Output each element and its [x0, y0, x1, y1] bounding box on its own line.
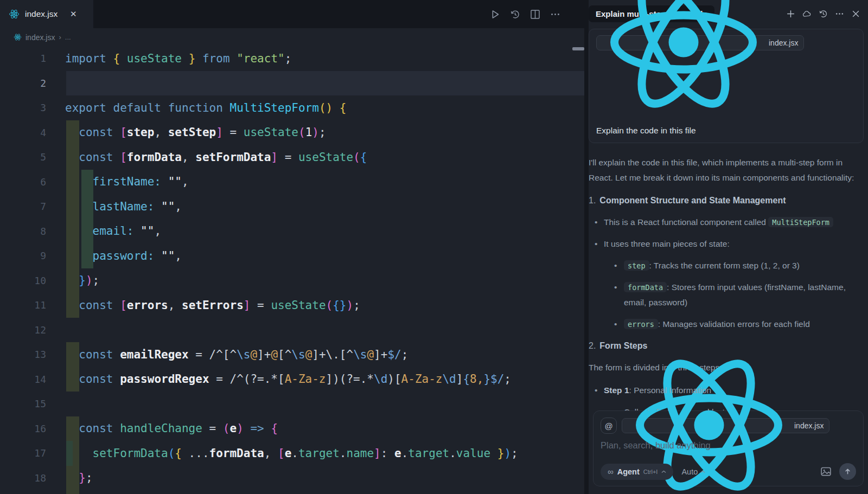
code-editor[interactable]: 1import { useState } from "react";23expo… [0, 46, 584, 494]
editor-pane: index.jsx ✕ index.jsx › ... 1import { us… [0, 0, 584, 494]
react-icon [9, 9, 20, 20]
text-run: This is a React functional component cal… [604, 217, 768, 227]
minimap-slider[interactable] [572, 47, 584, 50]
line-number: 1 [0, 53, 46, 64]
code-text: setFormData({ ...formData, [e.target.nam… [65, 447, 518, 460]
bullet-icon: • [614, 405, 617, 411]
code-text: lastName: "", [65, 200, 182, 213]
line-number: 15 [0, 398, 46, 409]
breadcrumb-ellipsis[interactable]: ... [65, 33, 71, 41]
close-panel-icon[interactable] [851, 9, 860, 18]
line-number: 2 [0, 78, 46, 89]
composer-attachment-chip[interactable]: index.jsx [622, 418, 829, 433]
line-number: 16 [0, 423, 46, 434]
tab-label: index.jsx [25, 9, 58, 19]
response-heading: 1.Component Structure and State Manageme… [589, 193, 860, 208]
composer-actions-row: ∞ Agent Ctrl+I Auto [601, 463, 856, 480]
close-icon[interactable]: ✕ [68, 9, 78, 19]
line-number: 3 [0, 102, 46, 113]
chat-input[interactable]: Plan, search, build anything [601, 440, 856, 451]
line-number: 13 [0, 349, 46, 360]
code-line-4: 4 const [step, setStep] = useState(1); [0, 120, 584, 145]
code-line-13: 13 const emailRegex = /^[^\s@]+@[^\s@]+\… [0, 342, 584, 367]
user-message: index.jsx Explain the code in this file [589, 29, 864, 143]
code-text: firstName: "", [65, 175, 189, 188]
agent-mode-selector[interactable]: ∞ Agent Ctrl+I [601, 464, 673, 480]
bullet-icon: • [595, 236, 597, 252]
inline-code-chip: formData [624, 282, 667, 292]
code-text: const emailRegex = /^[^\s@]+@[^\s@]+\.[^… [65, 348, 408, 361]
attachment-chip[interactable]: index.jsx [596, 35, 804, 50]
tab-index-jsx[interactable]: index.jsx ✕ [0, 0, 93, 28]
code-line-17: 17 setFormData({ ...formData, [e.target.… [0, 441, 584, 466]
line-number: 10 [0, 275, 46, 286]
line-number: 6 [0, 176, 46, 188]
heading-number: 2. [589, 338, 596, 354]
react-icon [14, 33, 22, 41]
chat-history-icon[interactable] [819, 9, 828, 18]
heading-text: Component Structure and State Management [599, 193, 786, 208]
chat-header-actions [786, 9, 864, 18]
code-line-16: 16 const handleChange = (e) => { [0, 416, 584, 441]
breadcrumb[interactable]: index.jsx › ... [0, 28, 584, 46]
code-text: }; [65, 471, 93, 484]
arrow-up-icon [844, 467, 852, 476]
more-options-icon[interactable] [835, 9, 844, 18]
code-text: const [formData, setFormData] = useState… [65, 151, 367, 164]
chevron-up-icon [661, 470, 666, 473]
timeline-icon[interactable] [510, 9, 520, 20]
composer-attachment-label: index.jsx [794, 421, 824, 430]
text-run: : Manages validation errors for each fie… [658, 319, 810, 329]
code-line-1: 1import { useState } from "react"; [0, 46, 584, 71]
react-icon [602, 0, 765, 125]
new-chat-icon[interactable] [786, 9, 795, 18]
code-line-12: 12 [0, 318, 584, 343]
cloud-icon[interactable] [802, 9, 812, 18]
send-button[interactable] [839, 463, 856, 480]
mention-button[interactable]: @ [601, 418, 617, 434]
line-number: 12 [0, 324, 46, 336]
app-window: index.jsx ✕ index.jsx › ... 1import { us… [0, 0, 868, 494]
bullet-icon: • [614, 258, 617, 273]
code-text: }); [65, 274, 99, 287]
line-number: 18 [0, 472, 46, 484]
attachment-label: index.jsx [769, 39, 798, 47]
run-icon[interactable] [490, 9, 500, 20]
bold-text: Step 1 [604, 386, 629, 395]
code-line-9: 9 password: "", [0, 243, 584, 268]
code-line-15: 15 [0, 392, 584, 416]
composer-context-row: @ index.jsx [601, 418, 856, 434]
text-run: It uses three main pieces of state: [604, 239, 730, 248]
response-bullet-item: •formData: Stores form input values (fir… [589, 280, 860, 310]
code-line-8: 8 email: "", [0, 219, 584, 244]
more-actions-icon[interactable] [550, 9, 560, 20]
bullet-icon: • [614, 280, 617, 295]
tab-bar-spacer [93, 0, 490, 28]
line-number: 14 [0, 374, 46, 385]
response-bullet-item: •This is a React functional component ca… [589, 215, 860, 230]
breadcrumb-file[interactable]: index.jsx [25, 33, 55, 42]
response-bullet-item: •errors: Manages validation errors for e… [589, 317, 860, 332]
line-number: 4 [0, 127, 46, 138]
bullet-icon: • [595, 215, 597, 230]
code-text: const [step, setStep] = useState(1); [65, 126, 326, 139]
inline-code-chip: step [624, 260, 649, 271]
line-number: 7 [0, 201, 46, 212]
user-message-text: Explain the code in this file [596, 126, 856, 136]
response-paragraph: I'll explain the code in this file, whic… [589, 155, 860, 185]
line-number: 9 [0, 250, 46, 261]
code-text: export default function MultiStepForm() … [65, 101, 346, 114]
chat-composer[interactable]: @ index.jsx Plan, search, build anything… [593, 410, 864, 486]
response-bullet-item: •Collects first name and last name [589, 405, 860, 411]
infinity-icon: ∞ [608, 467, 614, 476]
line-number: 17 [0, 447, 46, 459]
text-run: Collects first name and last name [624, 407, 748, 411]
model-selector[interactable]: Auto [681, 467, 705, 476]
code-line-7: 7 lastName: "", [0, 194, 584, 219]
split-editor-icon[interactable] [530, 9, 540, 20]
attach-image-button[interactable] [820, 466, 832, 477]
chat-panel: Explain multi-step form code index.jsx E… [584, 0, 868, 494]
line-number: 8 [0, 226, 46, 237]
code-text: email: "", [65, 224, 161, 238]
line-number: 5 [0, 151, 46, 163]
